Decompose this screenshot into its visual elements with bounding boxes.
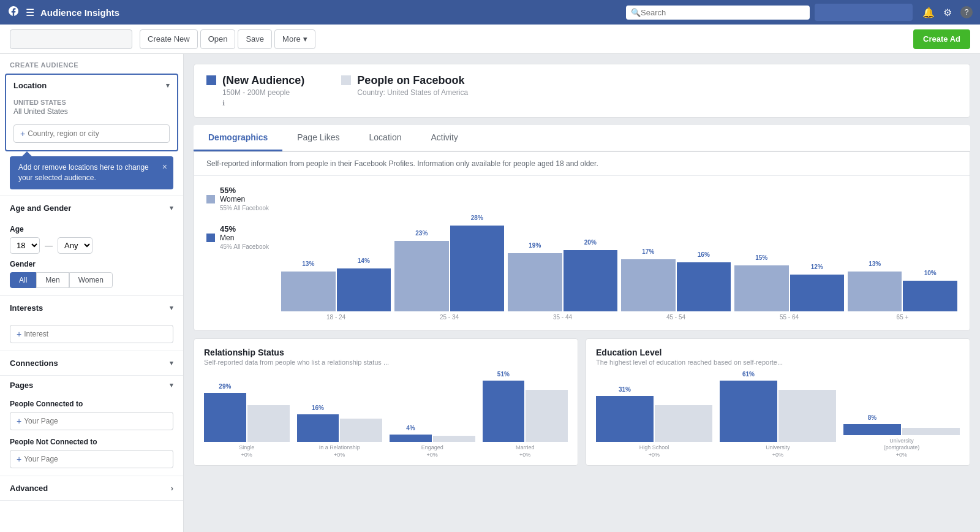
women-color-square xyxy=(206,195,215,203)
connections-header[interactable]: Connections ▾ xyxy=(0,351,183,375)
mini-bar-change: +0% xyxy=(241,452,252,458)
audience-bar: 61% xyxy=(720,381,777,442)
people-not-connected-input-wrapper: + xyxy=(10,450,173,468)
interest-input[interactable] xyxy=(24,330,116,338)
chevron-right-icon: › xyxy=(171,484,173,493)
men-color-square xyxy=(206,234,215,242)
create-ad-button[interactable]: Create Ad xyxy=(913,29,970,49)
people-not-connected-input[interactable] xyxy=(24,455,116,463)
men-bar-pct: 12% xyxy=(811,264,823,270)
help-icon[interactable]: ? xyxy=(960,6,973,18)
facebook-audience-title: People on Facebook xyxy=(357,74,468,87)
audience-bar: 4% xyxy=(390,435,432,442)
mini-bar-group: 8%University (postgraduate)+0% xyxy=(843,424,960,458)
notification-icon[interactable]: 🔔 xyxy=(922,7,935,18)
facebook-bar xyxy=(247,405,290,442)
age-gender-header[interactable]: Age and Gender ▾ xyxy=(0,196,183,220)
mini-bar-change: +0% xyxy=(772,452,783,458)
gender-men-button[interactable]: Men xyxy=(36,272,69,288)
audience-bar-pct: 8% xyxy=(868,414,876,421)
plus-icon: + xyxy=(20,129,25,139)
audience-bar-pct: 61% xyxy=(742,371,755,378)
men-bar-pct: 10% xyxy=(924,270,937,276)
gender-all-button[interactable]: All xyxy=(10,272,36,288)
audience-bar-pct: 4% xyxy=(406,425,415,431)
tooltip-close-button[interactable]: × xyxy=(162,161,167,173)
tab-demographics[interactable]: Demographics xyxy=(194,125,282,151)
age-group: 23%28%25 - 34 xyxy=(394,226,504,321)
settings-icon[interactable]: ⚙ xyxy=(943,7,952,18)
men-label: Men xyxy=(220,234,234,242)
audience-bar: 51% xyxy=(483,381,525,442)
open-button[interactable]: Open xyxy=(200,29,236,49)
relationship-status-title: Relationship Status xyxy=(194,339,578,359)
mini-bar-change: +0% xyxy=(896,452,907,458)
top-navigation: ☰ Audience Insights 🔍 🔔 ⚙ ? xyxy=(0,0,980,25)
women-bar-pct: 13% xyxy=(869,260,881,267)
relationship-status-subtitle: Self-reported data from people who list … xyxy=(194,359,578,373)
pages-section: Pages ▾ People Connected to + People Not… xyxy=(0,376,183,476)
education-level-title: Education Level xyxy=(586,339,970,359)
hamburger-icon[interactable]: ☰ xyxy=(26,7,34,18)
women-bar-pct: 23% xyxy=(415,230,428,237)
audience-bar: 8% xyxy=(843,424,901,435)
age-group-label: 18 - 24 xyxy=(326,314,345,321)
men-bar: 28% xyxy=(450,226,505,311)
women-bar: 13% xyxy=(848,272,902,311)
age-group: 17%16%45 - 54 xyxy=(621,259,731,321)
search-box: 🔍 xyxy=(626,6,810,20)
audience-bar: 16% xyxy=(297,414,339,442)
men-bar-pct: 20% xyxy=(584,239,597,246)
mini-bar-group: 16%In a Relationship+0% xyxy=(297,414,383,458)
interest-input-wrapper: + xyxy=(10,325,173,343)
mini-bar-label: Married xyxy=(516,444,535,452)
more-button[interactable]: More ▾ xyxy=(274,29,315,49)
chevron-down-icon: ▾ xyxy=(170,204,173,212)
pages-header[interactable]: Pages ▾ xyxy=(0,376,183,395)
age-group-label: 55 - 64 xyxy=(780,314,799,321)
women-pct: 55% xyxy=(220,186,269,195)
facebook-bar xyxy=(433,436,475,442)
mini-bar-label: Single xyxy=(239,444,254,452)
tab-location[interactable]: Location xyxy=(355,125,417,151)
audience-bar-pct: 51% xyxy=(497,371,510,378)
new-audience-info-icon[interactable]: ℹ xyxy=(222,99,304,107)
save-button[interactable]: Save xyxy=(238,29,272,49)
tab-page-likes[interactable]: Page Likes xyxy=(282,125,354,151)
new-audience-color-square xyxy=(206,75,216,85)
audience-name-input[interactable] xyxy=(10,29,132,49)
women-bar-pct: 15% xyxy=(755,254,767,261)
women-bar: 15% xyxy=(734,265,789,311)
app-title: Audience Insights xyxy=(40,7,119,18)
demographics-panel: Self-reported information from people in… xyxy=(194,151,970,331)
gender-women-button[interactable]: Women xyxy=(69,272,113,288)
facebook-logo xyxy=(7,5,20,20)
country-value: All United States xyxy=(6,106,177,121)
interests-header[interactable]: Interests ▾ xyxy=(0,296,183,320)
search-icon: 🔍 xyxy=(631,8,641,17)
mini-bar-label: Engaged xyxy=(421,444,443,452)
education-level-subtitle: The highest level of education reached b… xyxy=(586,359,970,373)
age-to-select[interactable]: Any xyxy=(58,237,92,254)
advanced-section: Advanced › xyxy=(0,476,183,501)
create-new-button[interactable]: Create New xyxy=(140,29,198,49)
women-bar: 17% xyxy=(621,259,676,311)
facebook-bar xyxy=(526,390,568,442)
location-section-title[interactable]: Location ▾ xyxy=(6,75,177,96)
search-input[interactable] xyxy=(641,8,805,17)
advanced-header[interactable]: Advanced › xyxy=(0,476,183,500)
audience-header: (New Audience) 150M - 200M people ℹ Peop… xyxy=(194,64,970,118)
tab-activity[interactable]: Activity xyxy=(416,125,472,151)
age-from-select[interactable]: 18 xyxy=(10,237,40,254)
women-legend-item: 55% Women 55% All Facebook xyxy=(206,186,269,212)
plus-icon: + xyxy=(17,329,21,339)
mini-bar-change: +0% xyxy=(334,452,345,458)
location-tooltip: Add or remove locations here to change y… xyxy=(10,156,173,189)
chevron-down-icon: ▾ xyxy=(166,82,170,89)
people-connected-input-wrapper: + xyxy=(10,412,173,430)
people-connected-input[interactable] xyxy=(24,417,116,425)
demographics-note: Self-reported information from people in… xyxy=(194,152,970,176)
age-label: Age xyxy=(10,225,173,234)
men-bar: 16% xyxy=(677,262,731,311)
location-input[interactable] xyxy=(28,129,163,138)
